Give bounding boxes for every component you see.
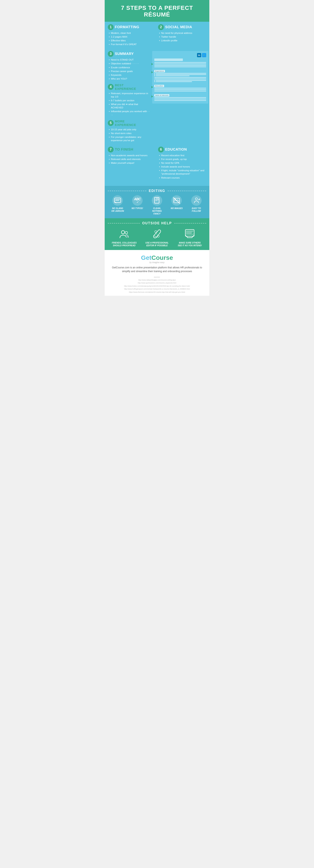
exp-row-3 xyxy=(154,75,206,76)
divider-line-right xyxy=(168,191,206,191)
exp-dot-3 xyxy=(154,75,155,76)
outside-divider: OUTSIDE HELP xyxy=(108,221,206,225)
outside-item-others: MAKE SURE OTHERSSEE IT AS YOU INTEND! xyxy=(176,228,203,247)
images-label: NO IMAGES xyxy=(171,207,183,210)
others-icon xyxy=(183,228,196,240)
others-label: MAKE SURE OTHERSSEE IT AS YOU INTEND! xyxy=(178,242,202,247)
svg-point-18 xyxy=(155,230,157,232)
edit-item-slang: NO SLANGOR JARGON xyxy=(109,195,126,212)
step5-name: MOREEXPERIENCE xyxy=(115,120,136,127)
edu-line-1 xyxy=(154,88,206,89)
friends-icon: 🔍 xyxy=(118,228,131,240)
skills-arrow xyxy=(151,95,153,97)
resume-line-3 xyxy=(154,65,206,66)
outside-help-section: OUTSIDE HELP 🔍 FRIENDS, COLLEAGUESSHOULD xyxy=(105,218,209,250)
step4-block: 4 BESTEXPERIENCE Relevant, impressive ex… xyxy=(108,83,150,117)
step2-bullet-3: LinkedIn profile xyxy=(159,39,206,42)
header: 7 STEPS TO A PERFECT RÉSUMÉ xyxy=(105,0,209,22)
resume-mockup: in 🐦 E xyxy=(152,51,208,103)
step6-bullet-4: Include awards and honors xyxy=(159,165,206,168)
exp-dot-4 xyxy=(154,80,155,81)
editor-icon xyxy=(151,228,163,240)
step6-bullet-6: Relevant courses xyxy=(159,176,206,179)
resume-summary-section xyxy=(154,62,206,67)
exp-line-2 xyxy=(156,74,206,75)
step1-bullet-1: Modern, clean font xyxy=(109,31,156,35)
step4-bullets: Relevant, impressive experience in top 1… xyxy=(108,92,150,117)
resume-line-4 xyxy=(154,66,206,67)
step7-bullet-3: Make yourself unique! xyxy=(109,161,156,164)
step7-bullet-1: Non-academic awards and honors xyxy=(109,154,156,157)
step5-bullet-1: 10-15 year old jobs only xyxy=(109,128,150,131)
exp-row-2 xyxy=(154,74,206,75)
resume-education-section: Education xyxy=(154,84,206,91)
step4-number: 4 xyxy=(108,84,114,90)
step4-bullet-1: Relevant, impressive experience in top 1… xyxy=(109,92,150,98)
exp-line-6 xyxy=(156,80,206,81)
editor-label: USE A PROFESSIONALEDITOR IF POSSIBLE xyxy=(145,242,169,247)
clean-icon: DOC xyxy=(152,195,162,206)
source-4: http://www.huffingtonpost.com/michael-fe… xyxy=(108,288,206,290)
svg-point-13 xyxy=(121,230,125,234)
svg-text:🔍: 🔍 xyxy=(126,235,128,237)
exp-line-5 xyxy=(154,79,206,80)
step3-bullet-6: Who are YOU? xyxy=(109,77,150,81)
skills-label: Skills & Interests xyxy=(154,94,169,96)
step6-title: 6 EDUCATION xyxy=(158,147,206,152)
typos-label: NO TYPOS! xyxy=(132,207,143,210)
education-label: Education xyxy=(154,85,164,87)
step4-bullet-2: 6-7 bullets per section xyxy=(109,99,150,102)
step3-title: 3 SUMMARY xyxy=(108,51,150,57)
step1-name: FORMATTING xyxy=(115,25,139,29)
step2-block: 2 SOCIAL MEDIA No need for physical addr… xyxy=(158,24,206,46)
step7-name: TO FINISH xyxy=(115,148,133,152)
step5-block: 5 MOREEXPERIENCE 10-15 year old jobs onl… xyxy=(108,120,150,142)
step1-bullet-4: Fun format if it's GREAT xyxy=(109,42,156,46)
outside-item-friends: 🔍 FRIENDS, COLLEAGUESSHOULD PROOFREAD xyxy=(111,228,138,247)
svg-point-14 xyxy=(125,231,128,234)
editing-title: EDITING xyxy=(146,189,168,193)
outside-icons-row: 🔍 FRIENDS, COLLEAGUESSHOULD PROOFREAD xyxy=(108,228,206,247)
resume-experience-section: Experience xyxy=(154,69,206,82)
source-1: http://www.dailywritingtips.com/resume-w… xyxy=(108,279,206,282)
source-2: http://www.quintcareers.com/resume_keywo… xyxy=(108,282,206,284)
step6-bullet-3: No need for GPA xyxy=(159,161,206,164)
typos-icon: ABC ✓ xyxy=(132,195,143,206)
experience-label: Experience xyxy=(154,70,165,72)
step1-block: 1 FORMATTING Modern, clean font 1-2 page… xyxy=(108,24,156,46)
edit-item-typos: ABC ✓ NO TYPOS! xyxy=(129,195,146,210)
sources-section: sources: http://www.dailywritingtips.com… xyxy=(108,276,206,293)
svg-rect-20 xyxy=(185,229,194,236)
exp-dot-2 xyxy=(154,74,155,75)
step3-bullet-1: Need to STAND OUT xyxy=(109,58,150,61)
outside-title: OUTSIDE HELP xyxy=(140,221,174,225)
top-steps-row: 1 FORMATTING Modern, clean font 1-2 page… xyxy=(108,24,206,49)
svg-text:DOC: DOC xyxy=(156,197,159,199)
steps-345-panel: 3 SUMMARY Need to STAND OUT Objective ou… xyxy=(108,51,150,145)
brand-get: Get xyxy=(141,254,151,261)
brand-sub: by imagine easy xyxy=(108,261,206,264)
resume-skills-section: Skills & Interests xyxy=(154,93,206,101)
main-title: 7 STEPS TO A PERFECT RÉSUMÉ xyxy=(109,5,205,18)
images-icon xyxy=(171,195,182,206)
edit-item-images: NO IMAGES xyxy=(168,195,185,210)
step3-bullet-3: Exude confidence xyxy=(109,66,150,69)
step5-bullets: 10-15 year old jobs only No short-term r… xyxy=(108,128,150,142)
exp-row-1 xyxy=(154,73,206,74)
middle-section: 3 SUMMARY Need to STAND OUT Objective ou… xyxy=(108,51,206,147)
step3-block: 3 SUMMARY Need to STAND OUT Objective ou… xyxy=(108,51,150,81)
step1-number: 1 xyxy=(108,24,114,30)
editing-divider: EDITING xyxy=(108,189,206,193)
step6-bullets: Recent education first For recent grads,… xyxy=(158,154,206,179)
footer: GetCourse by imagine easy GetCourse.com … xyxy=(105,250,209,296)
step6-bullet-2: For recent grads, up top xyxy=(159,157,206,161)
bottom-steps-row: 7 TO FINISH Non-academic awards and hono… xyxy=(108,147,206,186)
linkedin-icon: in xyxy=(197,53,201,57)
brand-row: GetCourse xyxy=(108,254,206,261)
resume-header-row: in 🐦 xyxy=(154,53,206,57)
step7-bullets: Non-academic awards and honors Relevant … xyxy=(108,154,156,164)
step2-bullets: No need for physical address Twitter han… xyxy=(158,31,206,42)
svg-line-17 xyxy=(154,236,157,237)
resume-mockup-panel: in 🐦 E xyxy=(152,51,208,145)
step3-bullet-2: Objective outdated · · · · · · xyxy=(109,62,150,65)
